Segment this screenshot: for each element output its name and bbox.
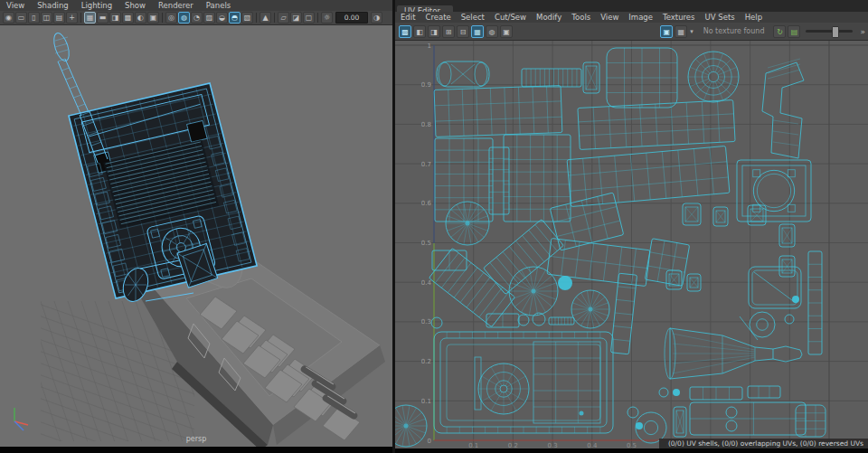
- grid-toggle-icon[interactable]: ▦: [84, 12, 96, 24]
- capture-icon[interactable]: ▢: [303, 12, 315, 24]
- lighting-icon[interactable]: ◐: [135, 12, 146, 24]
- uv-canvas[interactable]: 10.90.80.70.60.50.40.30.20.100.10.20.30.…: [395, 41, 868, 448]
- phone-flip-model[interactable]: [69, 83, 257, 298]
- uv-shell[interactable]: [779, 256, 795, 277]
- uv-menu-view[interactable]: View: [600, 13, 618, 22]
- checker-map-icon[interactable]: ▦: [675, 25, 687, 38]
- uv-shell[interactable]: [748, 386, 780, 398]
- uv-shell[interactable]: [688, 52, 739, 102]
- uv-menu-uv-sets[interactable]: UV Sets: [705, 13, 735, 22]
- uv-menu-modify[interactable]: Modify: [536, 13, 561, 22]
- uv-distortion-icon[interactable]: ▩: [399, 25, 411, 38]
- uv-shell-layout[interactable]: 10.90.80.70.60.50.40.30.20.100.10.20.30.…: [395, 41, 868, 448]
- uv-shell[interactable]: [509, 267, 558, 316]
- viewport-menu-panels[interactable]: Panels: [206, 1, 231, 10]
- image-dim-slider[interactable]: [806, 30, 853, 33]
- uv-shell[interactable]: [518, 315, 529, 326]
- uv-shell[interactable]: [749, 267, 801, 308]
- shadows-icon[interactable]: ▣: [147, 12, 159, 24]
- uv-shell[interactable]: [636, 422, 643, 429]
- uv-shell[interactable]: [683, 203, 701, 225]
- safe-action-icon[interactable]: +: [66, 12, 78, 24]
- uv-menu-help[interactable]: Help: [745, 13, 762, 22]
- shade-shells-icon[interactable]: ◍: [486, 25, 498, 38]
- uv-shell[interactable]: [740, 316, 758, 340]
- viewport-menu-renderer[interactable]: Renderer: [158, 1, 193, 10]
- camera-icon[interactable]: ◉: [3, 12, 14, 24]
- pixel-snap-icon[interactable]: ▦: [471, 25, 484, 38]
- uv-shell[interactable]: [567, 146, 730, 206]
- toolbar-expand-icon[interactable]: »: [860, 27, 864, 36]
- uv-shell[interactable]: [627, 407, 638, 418]
- uv-shell[interactable]: [446, 202, 489, 245]
- uv-shell[interactable]: [713, 207, 728, 226]
- uv-shell[interactable]: [665, 328, 802, 379]
- film-gate-icon[interactable]: ▭: [15, 12, 27, 24]
- viewport-menu-show[interactable]: Show: [125, 1, 146, 10]
- flip-u-icon[interactable]: ◧: [413, 25, 426, 38]
- uv-menu-edit[interactable]: Edit: [401, 13, 415, 22]
- uv-shell[interactable]: [750, 312, 775, 337]
- slider-handle[interactable]: [832, 26, 839, 38]
- uv-shell[interactable]: [796, 405, 826, 437]
- uv-shell[interactable]: [486, 314, 519, 327]
- uv-shell[interactable]: [395, 405, 427, 447]
- uv-shell[interactable]: [659, 388, 668, 397]
- isolate-select-icon[interactable]: ◒: [216, 12, 228, 24]
- uv-shell[interactable]: [431, 317, 442, 328]
- viewport-3d-scene[interactable]: [0, 25, 392, 447]
- smooth-shade-icon[interactable]: ▬: [97, 12, 108, 24]
- refresh-texture-icon[interactable]: ↻: [773, 25, 786, 38]
- uv-shell[interactable]: [504, 135, 571, 222]
- exposure-value-field[interactable]: 0.00: [335, 12, 368, 24]
- uv-menu-textures[interactable]: Textures: [663, 13, 695, 22]
- uv-menu-select[interactable]: Select: [461, 13, 485, 22]
- select-tool-icon[interactable]: ▲: [259, 12, 271, 24]
- uv-shell[interactable]: [607, 48, 677, 108]
- uv-menu-create[interactable]: Create: [425, 13, 450, 22]
- uv-shell[interactable]: [434, 86, 562, 137]
- uv-menu-cut-sew[interactable]: Cut/Sew: [495, 13, 526, 22]
- grid-u-icon[interactable]: ⊞: [442, 25, 455, 38]
- flip-v-icon[interactable]: ◨: [428, 25, 440, 38]
- uv-shell[interactable]: [690, 387, 742, 400]
- plugin-shading-icon[interactable]: ▧: [241, 12, 253, 24]
- uv-shell[interactable]: [489, 147, 509, 214]
- uv-menu-tools[interactable]: Tools: [571, 13, 590, 22]
- uv-shell[interactable]: [779, 224, 795, 247]
- uv-shell[interactable]: [808, 251, 822, 354]
- duplicate-view-icon[interactable]: ▱: [278, 12, 289, 24]
- screen-ao-icon[interactable]: ◎: [165, 12, 177, 24]
- motion-blur-icon[interactable]: ◍: [178, 12, 190, 24]
- uv-shell[interactable]: [792, 296, 799, 303]
- exposure-toggle-icon[interactable]: ◓: [229, 12, 241, 24]
- perspective-viewport[interactable]: persp: [0, 25, 392, 447]
- gate-mask-icon[interactable]: ◫: [41, 12, 52, 24]
- uv-shell[interactable]: [674, 407, 686, 437]
- uv-shell[interactable]: [610, 273, 637, 354]
- field-chart-icon[interactable]: ▤: [53, 12, 65, 24]
- uv-shell[interactable]: [429, 248, 514, 326]
- multisample-icon[interactable]: ◔: [191, 12, 203, 24]
- viewport-menu-view[interactable]: View: [6, 1, 24, 10]
- snapshot-icon[interactable]: ◪: [290, 12, 302, 24]
- display-exposure-icon[interactable]: ☼: [321, 12, 333, 24]
- checker-dropdown-caret[interactable]: ▾: [690, 28, 693, 35]
- textured-icon[interactable]: ▩: [122, 12, 134, 24]
- gamma-icon[interactable]: ◑: [371, 12, 382, 24]
- uv-shell[interactable]: [645, 239, 689, 287]
- uv-shell[interactable]: [437, 61, 489, 87]
- uv-shells-group[interactable]: [395, 48, 826, 447]
- wireframe-on-shaded-icon[interactable]: ◨: [109, 12, 121, 24]
- resolution-gate-icon[interactable]: ▯: [28, 12, 40, 24]
- grid-v-icon[interactable]: ⊟: [457, 25, 469, 38]
- texture-border-icon[interactable]: ▣: [500, 25, 513, 38]
- uv-shell[interactable]: [673, 389, 680, 396]
- image-exposure-icon[interactable]: ▤: [788, 25, 800, 38]
- uv-shell[interactable]: [558, 276, 572, 290]
- uv-shell[interactable]: [434, 332, 613, 433]
- uv-shell[interactable]: [583, 62, 599, 93]
- uv-menu-image[interactable]: Image: [628, 13, 653, 22]
- uv-shell[interactable]: [690, 402, 806, 435]
- viewport-menu-shading[interactable]: Shading: [37, 1, 69, 10]
